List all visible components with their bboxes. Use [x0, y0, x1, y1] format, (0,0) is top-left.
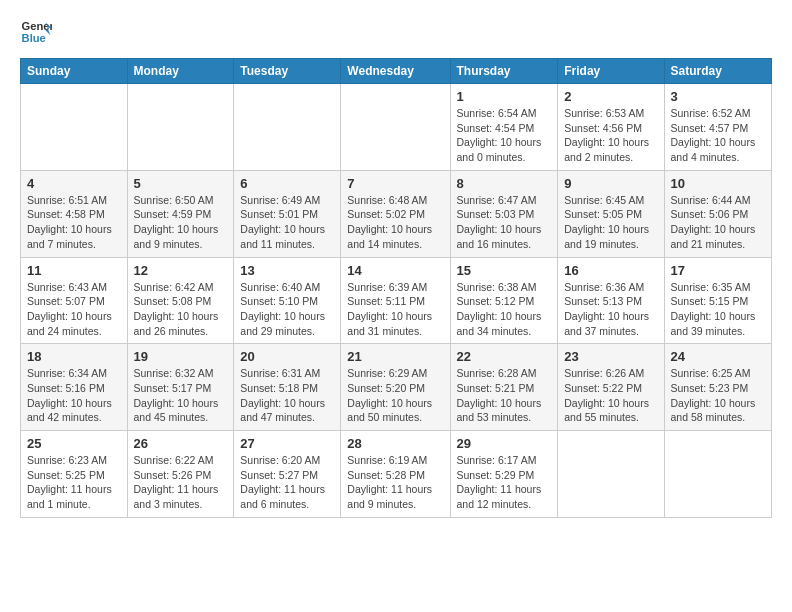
calendar-cell: 13Sunrise: 6:40 AMSunset: 5:10 PMDayligh…	[234, 257, 341, 344]
calendar-cell	[341, 84, 450, 171]
calendar-week-row: 25Sunrise: 6:23 AMSunset: 5:25 PMDayligh…	[21, 431, 772, 518]
day-number: 7	[347, 176, 443, 191]
day-number: 20	[240, 349, 334, 364]
day-number: 8	[457, 176, 552, 191]
calendar-cell: 25Sunrise: 6:23 AMSunset: 5:25 PMDayligh…	[21, 431, 128, 518]
day-number: 4	[27, 176, 121, 191]
day-number: 28	[347, 436, 443, 451]
day-info: Sunrise: 6:49 AMSunset: 5:01 PMDaylight:…	[240, 193, 334, 252]
day-info: Sunrise: 6:45 AMSunset: 5:05 PMDaylight:…	[564, 193, 657, 252]
calendar-cell: 1Sunrise: 6:54 AMSunset: 4:54 PMDaylight…	[450, 84, 558, 171]
calendar-header-cell: Sunday	[21, 59, 128, 84]
calendar-header-cell: Monday	[127, 59, 234, 84]
calendar-header-cell: Wednesday	[341, 59, 450, 84]
calendar-cell: 26Sunrise: 6:22 AMSunset: 5:26 PMDayligh…	[127, 431, 234, 518]
page-header: General Blue	[20, 16, 772, 48]
day-info: Sunrise: 6:47 AMSunset: 5:03 PMDaylight:…	[457, 193, 552, 252]
day-number: 26	[134, 436, 228, 451]
calendar-cell: 20Sunrise: 6:31 AMSunset: 5:18 PMDayligh…	[234, 344, 341, 431]
day-number: 25	[27, 436, 121, 451]
calendar-week-row: 4Sunrise: 6:51 AMSunset: 4:58 PMDaylight…	[21, 170, 772, 257]
day-info: Sunrise: 6:23 AMSunset: 5:25 PMDaylight:…	[27, 453, 121, 512]
day-number: 19	[134, 349, 228, 364]
calendar-cell: 17Sunrise: 6:35 AMSunset: 5:15 PMDayligh…	[664, 257, 771, 344]
day-info: Sunrise: 6:44 AMSunset: 5:06 PMDaylight:…	[671, 193, 765, 252]
day-info: Sunrise: 6:40 AMSunset: 5:10 PMDaylight:…	[240, 280, 334, 339]
day-info: Sunrise: 6:28 AMSunset: 5:21 PMDaylight:…	[457, 366, 552, 425]
day-info: Sunrise: 6:31 AMSunset: 5:18 PMDaylight:…	[240, 366, 334, 425]
calendar-header-cell: Thursday	[450, 59, 558, 84]
logo: General Blue	[20, 16, 56, 48]
day-number: 17	[671, 263, 765, 278]
day-info: Sunrise: 6:34 AMSunset: 5:16 PMDaylight:…	[27, 366, 121, 425]
day-info: Sunrise: 6:20 AMSunset: 5:27 PMDaylight:…	[240, 453, 334, 512]
calendar-cell	[558, 431, 664, 518]
day-info: Sunrise: 6:48 AMSunset: 5:02 PMDaylight:…	[347, 193, 443, 252]
day-info: Sunrise: 6:42 AMSunset: 5:08 PMDaylight:…	[134, 280, 228, 339]
day-info: Sunrise: 6:39 AMSunset: 5:11 PMDaylight:…	[347, 280, 443, 339]
calendar-table: SundayMondayTuesdayWednesdayThursdayFrid…	[20, 58, 772, 518]
calendar-cell: 5Sunrise: 6:50 AMSunset: 4:59 PMDaylight…	[127, 170, 234, 257]
day-info: Sunrise: 6:38 AMSunset: 5:12 PMDaylight:…	[457, 280, 552, 339]
calendar-cell: 16Sunrise: 6:36 AMSunset: 5:13 PMDayligh…	[558, 257, 664, 344]
day-info: Sunrise: 6:35 AMSunset: 5:15 PMDaylight:…	[671, 280, 765, 339]
day-info: Sunrise: 6:51 AMSunset: 4:58 PMDaylight:…	[27, 193, 121, 252]
calendar-week-row: 18Sunrise: 6:34 AMSunset: 5:16 PMDayligh…	[21, 344, 772, 431]
calendar-cell: 18Sunrise: 6:34 AMSunset: 5:16 PMDayligh…	[21, 344, 128, 431]
calendar-week-row: 1Sunrise: 6:54 AMSunset: 4:54 PMDaylight…	[21, 84, 772, 171]
day-number: 14	[347, 263, 443, 278]
calendar-cell: 6Sunrise: 6:49 AMSunset: 5:01 PMDaylight…	[234, 170, 341, 257]
calendar-cell: 3Sunrise: 6:52 AMSunset: 4:57 PMDaylight…	[664, 84, 771, 171]
calendar-header: SundayMondayTuesdayWednesdayThursdayFrid…	[21, 59, 772, 84]
calendar-cell	[127, 84, 234, 171]
day-number: 1	[457, 89, 552, 104]
calendar-cell: 8Sunrise: 6:47 AMSunset: 5:03 PMDaylight…	[450, 170, 558, 257]
day-number: 2	[564, 89, 657, 104]
day-number: 10	[671, 176, 765, 191]
calendar-cell: 11Sunrise: 6:43 AMSunset: 5:07 PMDayligh…	[21, 257, 128, 344]
calendar-cell: 27Sunrise: 6:20 AMSunset: 5:27 PMDayligh…	[234, 431, 341, 518]
calendar-body: 1Sunrise: 6:54 AMSunset: 4:54 PMDaylight…	[21, 84, 772, 518]
day-info: Sunrise: 6:32 AMSunset: 5:17 PMDaylight:…	[134, 366, 228, 425]
calendar-cell: 23Sunrise: 6:26 AMSunset: 5:22 PMDayligh…	[558, 344, 664, 431]
day-number: 3	[671, 89, 765, 104]
calendar-cell: 15Sunrise: 6:38 AMSunset: 5:12 PMDayligh…	[450, 257, 558, 344]
calendar-cell: 22Sunrise: 6:28 AMSunset: 5:21 PMDayligh…	[450, 344, 558, 431]
logo-icon: General Blue	[20, 16, 52, 48]
day-info: Sunrise: 6:53 AMSunset: 4:56 PMDaylight:…	[564, 106, 657, 165]
calendar-cell	[21, 84, 128, 171]
day-number: 24	[671, 349, 765, 364]
calendar-cell	[234, 84, 341, 171]
day-info: Sunrise: 6:50 AMSunset: 4:59 PMDaylight:…	[134, 193, 228, 252]
calendar-cell: 12Sunrise: 6:42 AMSunset: 5:08 PMDayligh…	[127, 257, 234, 344]
day-number: 13	[240, 263, 334, 278]
calendar-cell: 9Sunrise: 6:45 AMSunset: 5:05 PMDaylight…	[558, 170, 664, 257]
calendar-cell	[664, 431, 771, 518]
day-number: 23	[564, 349, 657, 364]
svg-text:Blue: Blue	[22, 32, 46, 44]
calendar-cell: 19Sunrise: 6:32 AMSunset: 5:17 PMDayligh…	[127, 344, 234, 431]
day-number: 27	[240, 436, 334, 451]
day-info: Sunrise: 6:17 AMSunset: 5:29 PMDaylight:…	[457, 453, 552, 512]
day-number: 5	[134, 176, 228, 191]
calendar-cell: 21Sunrise: 6:29 AMSunset: 5:20 PMDayligh…	[341, 344, 450, 431]
calendar-header-cell: Saturday	[664, 59, 771, 84]
day-number: 22	[457, 349, 552, 364]
calendar-cell: 7Sunrise: 6:48 AMSunset: 5:02 PMDaylight…	[341, 170, 450, 257]
day-info: Sunrise: 6:26 AMSunset: 5:22 PMDaylight:…	[564, 366, 657, 425]
day-number: 9	[564, 176, 657, 191]
day-number: 6	[240, 176, 334, 191]
calendar-cell: 28Sunrise: 6:19 AMSunset: 5:28 PMDayligh…	[341, 431, 450, 518]
calendar-week-row: 11Sunrise: 6:43 AMSunset: 5:07 PMDayligh…	[21, 257, 772, 344]
calendar-cell: 24Sunrise: 6:25 AMSunset: 5:23 PMDayligh…	[664, 344, 771, 431]
calendar-cell: 4Sunrise: 6:51 AMSunset: 4:58 PMDaylight…	[21, 170, 128, 257]
day-info: Sunrise: 6:19 AMSunset: 5:28 PMDaylight:…	[347, 453, 443, 512]
day-info: Sunrise: 6:52 AMSunset: 4:57 PMDaylight:…	[671, 106, 765, 165]
calendar-header-cell: Friday	[558, 59, 664, 84]
day-info: Sunrise: 6:43 AMSunset: 5:07 PMDaylight:…	[27, 280, 121, 339]
day-number: 16	[564, 263, 657, 278]
day-number: 15	[457, 263, 552, 278]
day-info: Sunrise: 6:36 AMSunset: 5:13 PMDaylight:…	[564, 280, 657, 339]
day-number: 12	[134, 263, 228, 278]
calendar-header-cell: Tuesday	[234, 59, 341, 84]
